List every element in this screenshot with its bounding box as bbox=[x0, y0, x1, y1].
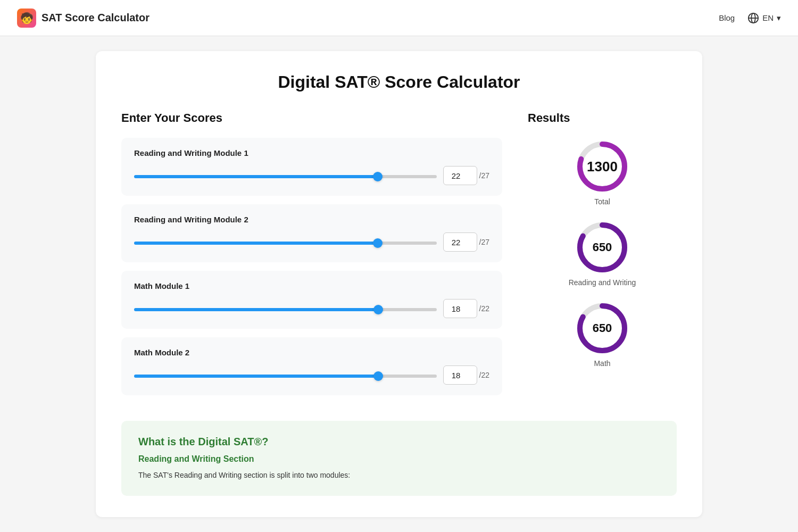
two-col-layout: Enter Your Scores Reading and Writing Mo… bbox=[121, 111, 677, 404]
total-score-label: 1300 bbox=[587, 159, 618, 175]
score-input-group-rw2: /27 bbox=[443, 232, 489, 252]
slider-wrapper-rw1 bbox=[134, 171, 437, 180]
left-column: Enter Your Scores Reading and Writing Mo… bbox=[121, 111, 502, 404]
brand-icon: 🧒 bbox=[17, 9, 36, 28]
enter-scores-heading: Enter Your Scores bbox=[121, 111, 502, 125]
score-input-group-rw1: /27 bbox=[443, 166, 489, 185]
slider-wrapper-m1 bbox=[134, 304, 437, 313]
lang-chevron: ▾ bbox=[777, 13, 781, 23]
donut-math: 650 bbox=[576, 302, 629, 355]
navbar: 🧒 SAT Score Calculator Blog EN ▾ bbox=[0, 0, 798, 36]
total-sublabel: Total bbox=[594, 197, 610, 206]
results-heading: Results bbox=[528, 111, 677, 125]
info-text: The SAT's Reading and Writing section is… bbox=[138, 469, 660, 481]
slider-m2[interactable] bbox=[134, 375, 437, 378]
result-total: 1300 Total bbox=[528, 140, 677, 206]
score-max-m2: /22 bbox=[479, 371, 489, 379]
module-card-rw2: Reading and Writing Module 2 /27 bbox=[121, 204, 502, 262]
main-card: Digital SAT® Score Calculator Enter Your… bbox=[96, 51, 702, 517]
slider-rw2[interactable] bbox=[134, 242, 437, 245]
lang-selector[interactable]: EN ▾ bbox=[747, 12, 781, 24]
blog-link[interactable]: Blog bbox=[719, 13, 735, 22]
brand-name: SAT Score Calculator bbox=[41, 12, 149, 24]
result-math: 650 Math bbox=[528, 302, 677, 368]
slider-m1[interactable] bbox=[134, 308, 437, 311]
score-input-rw2[interactable] bbox=[443, 232, 477, 252]
module-card-m1: Math Module 1 /22 bbox=[121, 271, 502, 329]
globe-icon bbox=[747, 12, 759, 24]
score-input-group-m1: /22 bbox=[443, 299, 489, 318]
module-card-m2: Math Module 2 /22 bbox=[121, 337, 502, 395]
right-column: Results 1300 Total bbox=[528, 111, 677, 383]
navbar-right: Blog EN ▾ bbox=[719, 12, 781, 24]
brand: 🧒 SAT Score Calculator bbox=[17, 9, 149, 28]
module-title-rw1: Reading and Writing Module 1 bbox=[134, 148, 489, 157]
slider-rw1[interactable] bbox=[134, 175, 437, 178]
slider-row-m1: /22 bbox=[134, 299, 489, 318]
math-sublabel: Math bbox=[594, 359, 610, 368]
info-section: What is the Digital SAT®? Reading and Wr… bbox=[121, 421, 677, 496]
page-title: Digital SAT® Score Calculator bbox=[121, 72, 677, 92]
score-input-rw1[interactable] bbox=[443, 166, 477, 185]
module-title-m1: Math Module 1 bbox=[134, 281, 489, 290]
info-subtitle: Reading and Writing Section bbox=[138, 454, 660, 464]
slider-row-rw2: /27 bbox=[134, 232, 489, 252]
score-input-group-m2: /22 bbox=[443, 365, 489, 385]
score-input-m2[interactable] bbox=[443, 365, 477, 385]
donut-rw: 650 bbox=[576, 221, 629, 274]
score-input-m1[interactable] bbox=[443, 299, 477, 318]
rw-sublabel: Reading and Writing bbox=[569, 278, 636, 287]
slider-row-rw1: /27 bbox=[134, 166, 489, 185]
module-title-m2: Math Module 2 bbox=[134, 348, 489, 357]
score-max-rw2: /27 bbox=[479, 238, 489, 246]
donut-total: 1300 bbox=[576, 140, 629, 193]
main-container: Digital SAT® Score Calculator Enter Your… bbox=[85, 36, 713, 532]
result-reading-writing: 650 Reading and Writing bbox=[528, 221, 677, 287]
lang-label: EN bbox=[762, 13, 774, 22]
info-title: What is the Digital SAT®? bbox=[138, 436, 660, 448]
slider-wrapper-m2 bbox=[134, 370, 437, 380]
module-title-rw2: Reading and Writing Module 2 bbox=[134, 215, 489, 224]
score-max-m1: /22 bbox=[479, 304, 489, 313]
score-max-rw1: /27 bbox=[479, 171, 489, 180]
slider-row-m2: /22 bbox=[134, 365, 489, 385]
math-score-label: 650 bbox=[593, 321, 612, 335]
slider-wrapper-rw2 bbox=[134, 237, 437, 247]
rw-score-label: 650 bbox=[593, 240, 612, 254]
module-card-rw1: Reading and Writing Module 1 /27 bbox=[121, 138, 502, 196]
